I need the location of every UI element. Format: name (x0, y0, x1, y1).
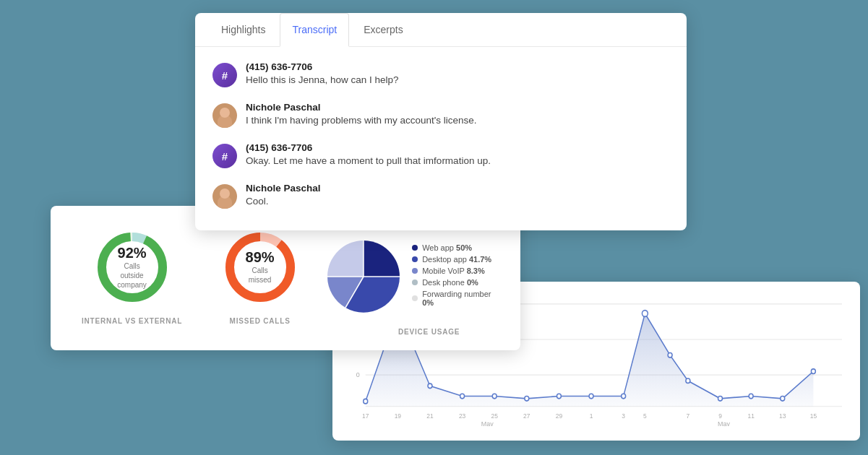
message-2: Nichole Paschal I think I'm having probl… (195, 95, 687, 135)
desktop-label: Desktop app 41.7% (422, 255, 491, 264)
svg-text:17: 17 (362, 412, 369, 420)
svg-point-21 (460, 394, 465, 399)
svg-point-27 (642, 311, 648, 317)
svg-point-33 (811, 369, 815, 374)
tab-excerpts[interactable]: Excerpts (352, 14, 414, 46)
legend-desktop: Desktop app 41.7% (412, 255, 503, 264)
message-4: Nichole Paschal Cool. (195, 176, 687, 216)
svg-point-29 (686, 378, 690, 384)
photo-avatar-2 (212, 103, 237, 128)
text-1: Hello this is Jenna, how can I help? (246, 74, 399, 85)
svg-text:5: 5 (643, 412, 647, 420)
legend-mobile: Mobile VoIP 8.3% (412, 266, 503, 275)
svg-text:13: 13 (779, 412, 786, 420)
svg-point-24 (557, 394, 561, 399)
device-usage-label: DEVICE USAGE (355, 328, 503, 336)
internal-donut-center: 92% Calls outsidecompany (112, 246, 152, 290)
svg-text:15: 15 (810, 412, 817, 420)
tab-highlights[interactable]: Highlights (210, 14, 277, 46)
text-4: Cool. (246, 196, 321, 207)
svg-text:0: 0 (356, 371, 360, 378)
device-usage-section: Web app 50% Desktop app 41.7% Mobile VoI… (324, 237, 503, 316)
sender-4: Nichole Paschal (246, 183, 321, 194)
svg-text:11: 11 (747, 412, 754, 420)
sender-1: (415) 636-7706 (246, 61, 399, 72)
internal-label: INTERNAL VS EXTERNAL (82, 317, 182, 325)
svg-text:29: 29 (556, 412, 562, 420)
hash-avatar-1: # (212, 63, 237, 87)
device-pie (324, 237, 403, 316)
internal-sublabel: Calls outsidecompany (112, 261, 152, 290)
internal-donut: 92% Calls outsidecompany (93, 228, 172, 307)
svg-point-26 (622, 394, 626, 399)
missed-label: MISSED CALLS (230, 317, 291, 325)
sender-2: Nichole Paschal (246, 102, 477, 113)
missed-donut: 89% Calls missed (220, 228, 300, 307)
photo-avatar-4 (212, 184, 237, 209)
svg-text:May: May (718, 420, 730, 426)
forward-dot (412, 295, 418, 301)
internal-pct: 92% (112, 246, 152, 260)
tab-transcript[interactable]: Transcript (280, 13, 349, 47)
svg-text:19: 19 (395, 412, 401, 420)
svg-point-28 (668, 353, 672, 358)
svg-point-18 (364, 399, 368, 404)
svg-text:27: 27 (523, 412, 530, 420)
text-2: I think I'm having problems with my acco… (246, 115, 477, 126)
svg-point-22 (492, 394, 497, 399)
svg-text:3: 3 (622, 412, 625, 420)
svg-point-20 (428, 384, 432, 389)
tab-bar: Highlights Transcript Excerpts (195, 13, 687, 47)
legend-webapp: Web app 50% (412, 243, 503, 252)
text-3: Okay. Let me have a moment to pull that … (246, 155, 491, 166)
svg-point-30 (718, 396, 723, 402)
svg-text:7: 7 (687, 412, 690, 420)
svg-point-31 (749, 394, 753, 399)
svg-point-32 (781, 396, 785, 402)
webapp-label: Web app 50% (422, 243, 472, 252)
desktop-dot (412, 256, 418, 262)
missed-calls-section: 89% Calls missed MISSED CALLS (196, 228, 324, 325)
svg-text:25: 25 (491, 412, 498, 420)
legend-forward: Forwarding number 0% (412, 290, 503, 307)
stats-row: 92% Calls outsidecompany INTERNAL VS EXT… (68, 228, 503, 325)
mobile-dot (412, 268, 418, 274)
message-3: # (415) 636-7706 Okay. Let me have a mom… (195, 135, 687, 176)
svg-text:23: 23 (459, 412, 465, 420)
transcript-messages: # (415) 636-7706 Hello this is Jenna, ho… (195, 47, 687, 230)
device-legend: Web app 50% Desktop app 41.7% Mobile VoI… (412, 243, 503, 310)
forward-label: Forwarding number 0% (422, 290, 503, 307)
internal-vs-external-section: 92% Calls outsidecompany INTERNAL VS EXT… (68, 228, 196, 325)
webapp-dot (412, 245, 418, 251)
missed-donut-center: 89% Calls missed (240, 250, 280, 285)
desk-dot (412, 280, 418, 285)
svg-text:9: 9 (718, 412, 722, 420)
transcript-card: Highlights Transcript Excerpts # (415) 6… (195, 13, 687, 230)
sender-3: (415) 636-7706 (246, 142, 491, 153)
svg-text:1: 1 (590, 412, 593, 420)
missed-sublabel: Calls missed (240, 266, 280, 285)
svg-text:May: May (481, 420, 494, 426)
missed-pct: 89% (240, 250, 280, 264)
svg-point-25 (589, 394, 593, 399)
mobile-label: Mobile VoIP 8.3% (422, 266, 485, 275)
message-1: # (415) 636-7706 Hello this is Jenna, ho… (195, 54, 687, 95)
legend-desk: Desk phone 0% (412, 278, 503, 287)
hash-avatar-3: # (212, 144, 237, 168)
svg-text:21: 21 (426, 412, 433, 420)
desk-label: Desk phone 0% (422, 278, 478, 287)
svg-point-23 (525, 396, 529, 402)
